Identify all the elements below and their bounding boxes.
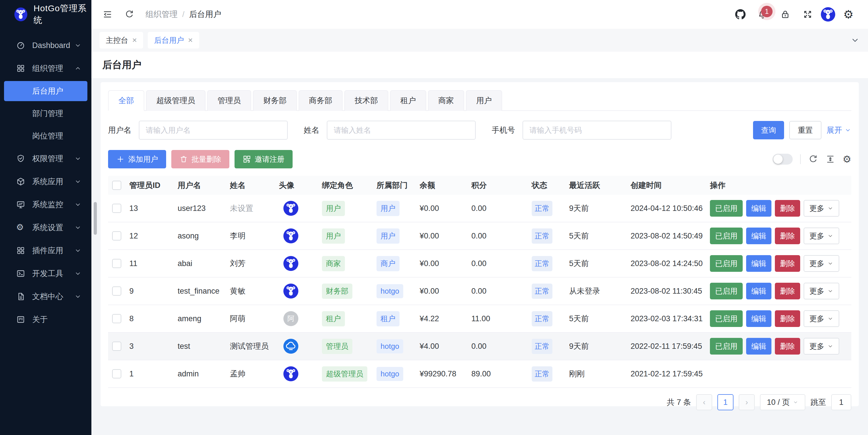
next-page-button[interactable]: › [739, 394, 755, 410]
current-page-button[interactable]: 1 [717, 394, 734, 410]
notifications-button[interactable]: 1 [754, 5, 772, 24]
filter-tab[interactable]: 全部 [108, 90, 144, 111]
lock-screen-button[interactable] [776, 5, 795, 24]
more-button[interactable]: 更多 [804, 200, 839, 217]
settings-button[interactable]: ⚙ [839, 5, 858, 24]
enabled-button[interactable]: 已启用 [710, 200, 743, 217]
enabled-button[interactable]: 已启用 [710, 310, 743, 327]
reload-button[interactable] [124, 9, 135, 20]
sidebar-item-organization[interactable]: 组织管理 [0, 57, 91, 80]
search-input[interactable] [139, 121, 288, 139]
breadcrumb-parent[interactable]: 组织管理 [146, 9, 178, 20]
filter-tab[interactable]: 用户 [466, 90, 502, 111]
chevron-down-icon [74, 178, 82, 185]
search-input[interactable] [327, 121, 476, 139]
page-title: 后台用户 [102, 58, 142, 71]
koala-avatar[interactable] [283, 366, 298, 381]
cell-avatar [277, 201, 305, 216]
edit-button[interactable]: 编辑 [746, 227, 771, 244]
more-button[interactable]: 更多 [804, 310, 839, 327]
filter-tab[interactable]: 租户 [390, 90, 426, 111]
koala-avatar[interactable] [283, 201, 298, 216]
sidebar-item-system-settings[interactable]: ⚙ 系统设置 [0, 216, 91, 239]
text-avatar[interactable]: 阿 [283, 311, 298, 326]
enabled-button[interactable]: 已启用 [710, 283, 743, 300]
row-checkbox[interactable] [112, 286, 121, 296]
cloud-avatar[interactable] [283, 339, 298, 354]
add-user-button[interactable]: 添加用户 [108, 150, 166, 168]
koala-avatar[interactable] [283, 256, 298, 271]
close-icon[interactable]: × [188, 36, 192, 45]
row-checkbox[interactable] [112, 342, 121, 351]
query-button[interactable]: 查询 [753, 121, 784, 139]
invite-register-button[interactable]: 邀请注册 [235, 150, 292, 168]
edit-button[interactable]: 编辑 [746, 255, 771, 272]
batch-delete-button[interactable]: 批量删除 [171, 150, 229, 168]
tab-options-chevron-icon[interactable] [850, 35, 860, 45]
more-button[interactable]: 更多 [804, 227, 839, 244]
sidebar-item-docs[interactable]: 文档中心 [0, 285, 91, 308]
delete-button[interactable]: 删除 [775, 310, 800, 327]
filter-tab[interactable]: 管理员 [207, 90, 251, 111]
fullscreen-button[interactable] [799, 5, 817, 24]
enabled-button[interactable]: 已启用 [710, 255, 743, 272]
refresh-table-icon[interactable] [808, 154, 818, 164]
delete-button[interactable]: 删除 [775, 255, 800, 272]
dept-tag: 用户 [376, 201, 400, 216]
row-height-icon[interactable] [826, 154, 835, 164]
user-avatar[interactable] [821, 7, 835, 22]
filter-tab[interactable]: 财务部 [253, 90, 297, 111]
delete-button[interactable]: 删除 [775, 283, 800, 300]
page-size-select[interactable]: 10 / 页 [760, 394, 805, 410]
sidebar-item-dashboard[interactable]: Dashboard [0, 34, 91, 57]
page-tab[interactable]: 后台用户 × [148, 32, 199, 49]
row-checkbox[interactable] [112, 231, 121, 241]
sidebar-item-dev-tools[interactable]: 开发工具 [0, 262, 91, 285]
more-button[interactable]: 更多 [804, 255, 839, 272]
sidebar-item-departments[interactable]: 部门管理 [0, 102, 91, 125]
scrollbar-thumb[interactable] [94, 202, 97, 235]
row-checkbox[interactable] [112, 259, 121, 268]
column-settings-icon[interactable]: ⚙ [843, 154, 851, 164]
app-logo-row[interactable]: HotGo管理系统 [0, 0, 91, 29]
koala-avatar[interactable] [283, 284, 298, 299]
collapse-sidebar-button[interactable] [102, 9, 113, 20]
sidebar-item-positions[interactable]: 岗位管理 [0, 125, 91, 147]
sidebar-item-plugins[interactable]: 插件应用 [0, 239, 91, 262]
filter-tab[interactable]: 商家 [428, 90, 464, 111]
edit-button[interactable]: 编辑 [746, 200, 771, 217]
github-button[interactable] [731, 5, 750, 24]
delete-button[interactable]: 删除 [775, 338, 800, 354]
sidebar-item-backend-users[interactable]: 后台用户 [4, 81, 87, 101]
delete-button[interactable]: 删除 [775, 200, 800, 217]
sidebar-item-about[interactable]: 关于 [0, 308, 91, 331]
row-checkbox[interactable] [112, 369, 121, 378]
koala-avatar[interactable] [283, 228, 298, 243]
edit-button[interactable]: 编辑 [746, 310, 771, 327]
row-checkbox[interactable] [112, 314, 121, 323]
more-button[interactable]: 更多 [804, 338, 839, 354]
edit-button[interactable]: 编辑 [746, 283, 771, 300]
sidebar-item-permissions[interactable]: 权限管理 [0, 147, 91, 170]
filter-tab[interactable]: 商务部 [299, 90, 343, 111]
edit-button[interactable]: 编辑 [746, 338, 771, 354]
prev-page-button[interactable]: ‹ [696, 394, 712, 410]
sidebar-item-system-monitor[interactable]: 系统监控 [0, 193, 91, 216]
filter-tab[interactable]: 技术部 [344, 90, 388, 111]
delete-button[interactable]: 删除 [775, 227, 800, 244]
page-tab[interactable]: 主控台 × [99, 32, 143, 49]
expand-link[interactable]: 展开 [827, 125, 851, 135]
filter-tab[interactable]: 超级管理员 [146, 90, 206, 111]
enabled-button[interactable]: 已启用 [710, 227, 743, 244]
sidebar-item-system-apps[interactable]: 系统应用 [0, 170, 91, 193]
search-input[interactable] [523, 121, 672, 139]
enabled-button[interactable]: 已启用 [710, 338, 743, 354]
close-icon[interactable]: × [132, 36, 137, 45]
reset-button[interactable]: 重置 [789, 121, 822, 139]
jump-page-input[interactable] [831, 394, 851, 410]
more-button[interactable]: 更多 [804, 283, 839, 300]
select-all-checkbox[interactable] [112, 181, 121, 190]
striped-toggle[interactable] [773, 154, 793, 165]
row-checkbox[interactable] [112, 204, 121, 213]
gear-icon: ⚙ [843, 8, 854, 21]
